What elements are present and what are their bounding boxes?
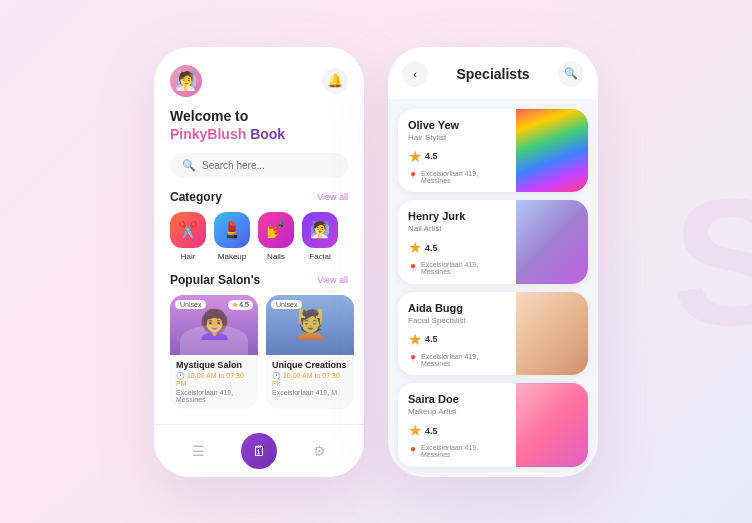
cat-hair[interactable]: ✂️ Hair (170, 212, 206, 261)
salon-unique-info: Unique Creations 🕐 10:00 AM to 07:30 Pk … (266, 355, 354, 402)
spec-aida-addr: Excelsiorlaan 419, Messines (421, 353, 506, 367)
star-icon: ★ (232, 301, 238, 309)
salon-mystique-image: 👩‍🦱 Unisex ★ 4.5 (170, 295, 258, 355)
spec-aida-info: Aida Bugg Facial Specialist ★ 4.5 📍 Exce… (398, 292, 516, 376)
spec-saira-info: Saira Doe Makeup Artist ★ 4.5 📍 Excelsio… (398, 383, 516, 467)
spec-aida-photo (516, 292, 588, 376)
cat-nails[interactable]: 💅 Nails (258, 212, 294, 261)
specialists-search-button[interactable]: 🔍 (558, 61, 584, 87)
spec-saira-name: Saira Doe (408, 393, 506, 405)
spec-henry-location: 📍 Excelsiorlaan 419, Messines (408, 261, 506, 275)
brand-dark: Book (246, 126, 285, 142)
salons-view-all[interactable]: View all (317, 275, 348, 285)
spec-olive-role: Hair Stylist (408, 133, 506, 142)
back-button[interactable]: ‹ (402, 61, 428, 87)
cat-facial-icon: 🧖 (302, 212, 338, 248)
specialist-card-aida[interactable]: Aida Bugg Facial Specialist ★ 4.5 📍 Exce… (398, 292, 588, 376)
specialists-list: Olive Yew Hair Stylist ★ 4.5 📍 Excelsior… (388, 99, 598, 477)
bottom-nav: ☰ 🗓 ⚙ (154, 424, 364, 477)
location-icon: 📍 (408, 355, 418, 364)
search-icon: 🔍 (564, 67, 578, 80)
nav-calendar-icon[interactable]: 🗓 (241, 433, 277, 469)
welcome-line1: Welcome to (170, 107, 348, 125)
spec-aida-rating-val: 4.5 (425, 334, 438, 344)
salon-mystique-name: Mystique Salon (176, 360, 252, 370)
spec-aida-role: Facial Specialist (408, 316, 506, 325)
salon-mystique-addr: Excelsiorlaan 419, Messines (176, 389, 252, 403)
salon-mystique-badge: Unisex (175, 300, 206, 309)
category-view-all[interactable]: View all (317, 192, 348, 202)
spec-aida-location: 📍 Excelsiorlaan 419, Messines (408, 353, 506, 367)
brand-name: PinkyBlush Book (170, 125, 348, 143)
salon-mystique-info: Mystique Salon 🕐 10:00 AM to 07:30 PM Ex… (170, 355, 258, 409)
salons-title: Popular Salon's (170, 273, 260, 287)
spec-olive-photo (516, 109, 588, 193)
salons-header: Popular Salon's View all (170, 273, 348, 287)
location-icon: 📍 (408, 447, 418, 456)
spec-henry-role: Nail Artist (408, 224, 506, 233)
salon-unique-image: 💆 Unisex (266, 295, 354, 355)
salon-unique-time: 🕐 10:00 AM to 07:30 Pk (272, 372, 348, 387)
nav-settings-icon[interactable]: ⚙ (313, 443, 326, 459)
search-bar[interactable]: 🔍 (170, 153, 348, 178)
cat-hair-label: Hair (181, 252, 196, 261)
left-phone-header: 🧖 🔔 (170, 65, 348, 97)
search-icon: 🔍 (182, 159, 196, 172)
cat-makeup-icon: 💄 (214, 212, 250, 248)
spec-saira-rating-val: 4.5 (425, 426, 438, 436)
cat-nails-icon: 💅 (258, 212, 294, 248)
spec-henry-addr: Excelsiorlaan 419, Messines (421, 261, 506, 275)
cat-makeup[interactable]: 💄 Makeup (214, 212, 250, 261)
location-icon: 📍 (408, 264, 418, 273)
specialist-card-henry[interactable]: Henry Jurk Nail Artist ★ 4.5 📍 Excelsior… (398, 200, 588, 284)
spec-henry-rating-val: 4.5 (425, 243, 438, 253)
spec-olive-name: Olive Yew (408, 119, 506, 131)
cat-nails-label: Nails (267, 252, 285, 261)
spec-saira-addr: Excelsiorlaan 419, Messines (421, 444, 506, 458)
salons-row: 👩‍🦱 Unisex ★ 4.5 Mystique Salon 🕐 10:00 … (170, 295, 348, 409)
spec-saira-rating: ★ 4.5 (408, 421, 506, 440)
cat-hair-icon: ✂️ (170, 212, 206, 248)
search-input[interactable] (202, 160, 336, 171)
location-icon: 📍 (408, 172, 418, 181)
notification-bell[interactable]: 🔔 (322, 68, 348, 94)
spec-henry-info: Henry Jurk Nail Artist ★ 4.5 📍 Excelsior… (398, 200, 516, 284)
specialists-title: Specialists (456, 66, 529, 82)
star-icon: ★ (408, 147, 422, 166)
spec-henry-photo (516, 200, 588, 284)
spec-saira-role: Makeup Artist (408, 407, 506, 416)
right-phone: ‹ Specialists 🔍 Olive Yew Hair Stylist ★… (388, 47, 598, 477)
bg-decorative-text: S (672, 172, 752, 352)
cat-facial-label: Facial (309, 252, 330, 261)
specialists-header: ‹ Specialists 🔍 (388, 47, 598, 99)
spec-olive-rating: ★ 4.5 (408, 147, 506, 166)
salon-mystique-time: 🕐 10:00 AM to 07:30 PM (176, 372, 252, 387)
left-phone: 🧖 🔔 Welcome to PinkyBlush Book 🔍 Categor… (154, 47, 364, 477)
specialist-card-saira[interactable]: Saira Doe Makeup Artist ★ 4.5 📍 Excelsio… (398, 383, 588, 467)
cat-facial[interactable]: 🧖 Facial (302, 212, 338, 261)
avatar: 🧖 (170, 65, 202, 97)
spec-olive-rating-val: 4.5 (425, 151, 438, 161)
spec-aida-name: Aida Bugg (408, 302, 506, 314)
spec-aida-rating: ★ 4.5 (408, 330, 506, 349)
star-icon: ★ (408, 238, 422, 257)
specialist-card-olive[interactable]: Olive Yew Hair Stylist ★ 4.5 📍 Excelsior… (398, 109, 588, 193)
spec-henry-name: Henry Jurk (408, 210, 506, 222)
cat-makeup-label: Makeup (218, 252, 246, 261)
salon-unique-addr: Excelsiorlaan 419, M (272, 389, 348, 396)
star-icon: ★ (408, 421, 422, 440)
spec-olive-info: Olive Yew Hair Stylist ★ 4.5 📍 Excelsior… (398, 109, 516, 193)
welcome-section: Welcome to PinkyBlush Book (170, 107, 348, 143)
salon-card-mystique[interactable]: 👩‍🦱 Unisex ★ 4.5 Mystique Salon 🕐 10:00 … (170, 295, 258, 409)
screens-container: 🧖 🔔 Welcome to PinkyBlush Book 🔍 Categor… (154, 47, 598, 477)
star-icon: ★ (408, 330, 422, 349)
salon-card-unique[interactable]: 💆 Unisex Unique Creations 🕐 10:00 AM to … (266, 295, 354, 409)
salon-mystique-rating: ★ 4.5 (228, 300, 253, 310)
category-header: Category View all (170, 190, 348, 204)
spec-saira-photo (516, 383, 588, 467)
spec-olive-location: 📍 Excelsiorlaan 419, Messines (408, 170, 506, 184)
categories-row: ✂️ Hair 💄 Makeup 💅 Nails 🧖 Facial (170, 212, 348, 261)
nav-menu-icon[interactable]: ☰ (192, 443, 205, 459)
salon-unique-badge: Unisex (271, 300, 302, 309)
brand-pink: PinkyBlush (170, 126, 246, 142)
